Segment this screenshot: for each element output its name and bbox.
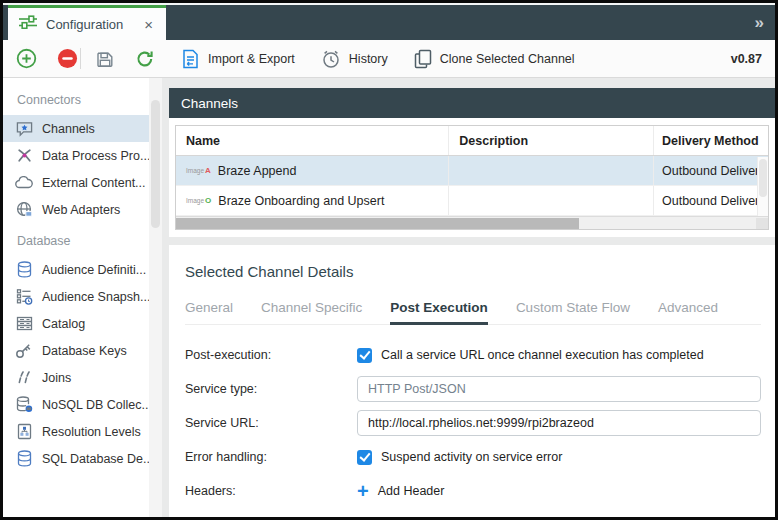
sidebar-item-label: Web Adapters [42,203,120,217]
import-export-button[interactable]: Import & Export [181,49,295,69]
channel-delivery-method: Outbound Delivery [653,186,768,215]
list-clock-icon [15,288,33,305]
tab-channel-specific[interactable]: Channel Specific [261,300,362,325]
clone-channel-label: Clone Selected Channel [440,52,575,66]
channel-logo-placeholder: ImageA [186,166,211,175]
clone-pages-icon [414,49,432,69]
section-title-connectors: Connectors [3,82,149,115]
save-button[interactable] [95,49,115,69]
sidebar-item-joins[interactable]: Joins [3,364,149,391]
error-handling-checkbox[interactable] [357,450,372,465]
table-horizontal-scrollbar[interactable] [176,216,768,229]
tab-custom-state-flow[interactable]: Custom State Flow [516,300,630,325]
remove-button[interactable] [57,48,78,69]
tab-configuration[interactable]: Configuration × [8,5,166,40]
version-label: v0.87 [731,52,762,66]
clone-channel-button[interactable]: Clone Selected Channel [414,49,575,69]
sidebar-scrollbar-thumb[interactable] [151,100,160,228]
plus-circle-icon [16,48,37,69]
column-header-delivery-method[interactable]: Delivery Method [653,126,768,155]
details-title: Selected Channel Details [185,263,761,280]
table-row[interactable]: ImageA Braze Append Outbound Delivery [176,156,768,186]
toolbar: Import & Export History Clone Selected C… [3,40,775,78]
table-row[interactable]: ImageO Braze Onboarding and Upsert Outbo… [176,186,768,216]
plus-icon: + [357,484,369,498]
minus-circle-icon [57,48,78,69]
sidebar-item-audience-snapshots[interactable]: Audience Snapsh... [3,283,149,310]
database-icon [15,450,33,467]
checkbox-label: Call a service URL once channel executio… [381,348,704,362]
import-export-icon [181,49,200,69]
form-row-error-handling: Error handling: Suspend activity on serv… [185,444,761,470]
channels-table: Name Description Delivery Method ImageA … [175,125,769,230]
sidebar-item-web-adapters[interactable]: Web Adapters [3,196,149,223]
database-icon [15,261,33,278]
scrollbar-corner [756,218,768,229]
table-horizontal-scrollbar-thumb[interactable] [176,218,579,229]
close-icon[interactable]: × [144,17,153,32]
history-label: History [349,52,388,66]
add-header-button[interactable]: + Add Header [357,484,444,498]
field-label: Post-execution: [185,348,357,362]
add-button[interactable] [16,48,37,69]
chevron-right-icon[interactable]: » [755,13,775,33]
field-label: Service URL: [185,416,357,430]
catalog-grid-icon [15,316,33,331]
field-label: Headers: [185,484,357,498]
sidebar-item-database-keys[interactable]: Database Keys [3,337,149,364]
history-clock-icon [321,49,341,69]
tab-advanced[interactable]: Advanced [658,300,718,325]
tab-general[interactable]: General [185,300,233,325]
sidebar-item-label: Database Keys [42,344,127,358]
app-window: Configuration × » Import & Export Histor… [0,0,778,520]
refresh-icon [135,49,155,69]
table-header-row: Name Description Delivery Method [176,126,768,156]
sidebar-item-resolution-levels[interactable]: Resolution Levels [3,418,149,445]
sliders-icon [19,15,37,33]
form-row-enable-oauth2: Enable OAuth2: [185,512,761,517]
field-label: Error handling: [185,450,357,464]
toolbar-divider [80,48,81,69]
channel-description [448,156,653,185]
key-icon [15,343,33,359]
table-vertical-scrollbar[interactable] [757,157,768,216]
sidebar-item-audience-definitions[interactable]: Audience Definiti... [3,256,149,283]
sidebar: Connectors Channels Data Process Pro... … [3,78,149,517]
sidebar-item-label: Audience Snapsh... [42,290,149,304]
refresh-button[interactable] [135,49,155,69]
sidebar-item-sql-database-definitions[interactable]: SQL Database De... [3,445,149,472]
sidebar-item-label: Audience Definiti... [42,263,146,277]
channel-name: Braze Onboarding and Upsert [218,194,384,208]
post-execution-form: Post-execution: Call a service URL once … [185,342,761,517]
form-row-service-url: Service URL: [185,410,761,436]
column-header-name[interactable]: Name [176,134,448,148]
save-icon [95,49,115,69]
add-header-label: Add Header [378,484,445,498]
details-tabs: General Channel Specific Post Execution … [185,300,761,325]
sidebar-item-label: Joins [42,371,71,385]
service-url-input[interactable] [357,410,761,436]
form-row-post-execution: Post-execution: Call a service URL once … [185,342,761,368]
history-button[interactable]: History [321,49,388,69]
sidebar-item-data-process-projects[interactable]: Data Process Pro... [3,142,149,169]
post-execution-checkbox[interactable] [357,348,372,363]
sidebar-item-label: Data Process Pro... [42,149,149,163]
sidebar-item-label: SQL Database De... [42,452,149,466]
sidebar-item-nosql-db-collections[interactable]: NoSQL DB Collec... [3,391,149,418]
sidebar-scrollbar[interactable] [149,78,162,517]
title-bar: Configuration × » [3,3,775,40]
table-vertical-scrollbar-thumb[interactable] [759,159,767,197]
sidebar-item-channels[interactable]: Channels [3,115,149,142]
form-row-headers: Headers: + Add Header [185,478,761,504]
column-header-description[interactable]: Description [448,126,653,155]
sidebar-item-label: External Content... [42,176,146,190]
cloud-icon [15,176,33,189]
service-type-input[interactable] [357,376,761,402]
sidebar-item-label: Resolution Levels [42,425,141,439]
sidebar-item-external-content[interactable]: External Content... [3,169,149,196]
content-area: Connectors Channels Data Process Pro... … [3,78,775,517]
sidebar-item-catalog[interactable]: Catalog [3,310,149,337]
main-area: Channels Name Description Delivery Metho… [169,78,775,517]
sidebar-item-label: Catalog [42,317,85,331]
tab-post-execution[interactable]: Post Execution [390,300,488,325]
